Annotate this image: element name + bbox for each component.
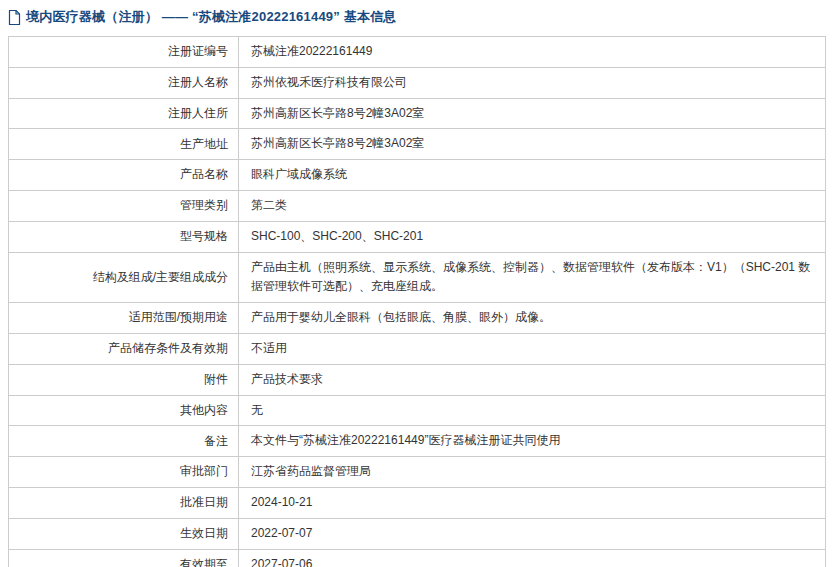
row-value: 不适用 (239, 333, 826, 364)
table-row: 批准日期 2024-10-21 (9, 487, 826, 518)
table-row: 生产地址 苏州高新区长亭路8号2幢3A02室 (9, 129, 826, 160)
table-row: 审批部门 江苏省药品监督管理局 (9, 457, 826, 488)
table-row: 注册人名称 苏州依视禾医疗科技有限公司 (9, 67, 826, 98)
row-label: 审批部门 (9, 457, 239, 488)
row-label: 生效日期 (9, 518, 239, 549)
row-value: 产品技术要求 (239, 364, 826, 395)
row-label: 适用范围/预期用途 (9, 303, 239, 334)
row-label: 备注 (9, 426, 239, 457)
table-row: 注册人住所 苏州高新区长亭路8号2幢3A02室 (9, 98, 826, 129)
row-value: 产品用于婴幼儿全眼科（包括眼底、角膜、眼外）成像。 (239, 303, 826, 334)
row-value: 无 (239, 395, 826, 426)
row-label: 型号规格 (9, 221, 239, 252)
table-row: 生效日期 2022-07-07 (9, 518, 826, 549)
row-value: 苏州高新区长亭路8号2幢3A02室 (239, 129, 826, 160)
row-value: 2027-07-06 (239, 549, 826, 567)
table-row: 备注 本文件与“苏械注准20222161449”医疗器械注册证共同使用 (9, 426, 826, 457)
table-row: 结构及组成/主要组成成分 产品由主机（照明系统、显示系统、成像系统、控制器）、数… (9, 252, 826, 303)
row-label: 批准日期 (9, 487, 239, 518)
row-label: 生产地址 (9, 129, 239, 160)
row-label: 其他内容 (9, 395, 239, 426)
row-value: 第二类 (239, 190, 826, 221)
table-row: 附件 产品技术要求 (9, 364, 826, 395)
table-row: 适用范围/预期用途 产品用于婴幼儿全眼科（包括眼底、角膜、眼外）成像。 (9, 303, 826, 334)
registration-info-table: 注册证编号 苏械注准20222161449 注册人名称 苏州依视禾医疗科技有限公… (8, 36, 826, 567)
row-value: 苏械注准20222161449 (239, 37, 826, 68)
row-value: 苏州高新区长亭路8号2幢3A02室 (239, 98, 826, 129)
table-row: 管理类别 第二类 (9, 190, 826, 221)
row-label: 管理类别 (9, 190, 239, 221)
row-value: 本文件与“苏械注准20222161449”医疗器械注册证共同使用 (239, 426, 826, 457)
row-label: 注册人名称 (9, 67, 239, 98)
row-value: 2022-07-07 (239, 518, 826, 549)
row-value: 江苏省药品监督管理局 (239, 457, 826, 488)
table-row: 其他内容 无 (9, 395, 826, 426)
row-value: SHC-100、SHC-200、SHC-201 (239, 221, 826, 252)
row-value: 产品由主机（照明系统、显示系统、成像系统、控制器）、数据管理软件（发布版本：V1… (239, 252, 826, 303)
row-label: 有效期至 (9, 549, 239, 567)
row-label: 产品名称 (9, 160, 239, 191)
row-label: 结构及组成/主要组成成分 (9, 252, 239, 303)
table-row: 型号规格 SHC-100、SHC-200、SHC-201 (9, 221, 826, 252)
page-header: 境内医疗器械（注册） —— “苏械注准20222161449” 基本信息 (8, 8, 826, 26)
row-value: 苏州依视禾医疗科技有限公司 (239, 67, 826, 98)
table-row: 有效期至 2027-07-06 (9, 549, 826, 567)
document-icon (8, 10, 21, 25)
page-title: 境内医疗器械（注册） —— “苏械注准20222161449” 基本信息 (26, 8, 397, 26)
table-row: 注册证编号 苏械注准20222161449 (9, 37, 826, 68)
row-value: 2024-10-21 (239, 487, 826, 518)
row-label: 注册人住所 (9, 98, 239, 129)
table-row: 产品名称 眼科广域成像系统 (9, 160, 826, 191)
page: 境内医疗器械（注册） —— “苏械注准20222161449” 基本信息 注册证… (0, 0, 834, 567)
row-label: 产品储存条件及有效期 (9, 333, 239, 364)
row-label: 附件 (9, 364, 239, 395)
row-value: 眼科广域成像系统 (239, 160, 826, 191)
table-row: 产品储存条件及有效期 不适用 (9, 333, 826, 364)
row-label: 注册证编号 (9, 37, 239, 68)
